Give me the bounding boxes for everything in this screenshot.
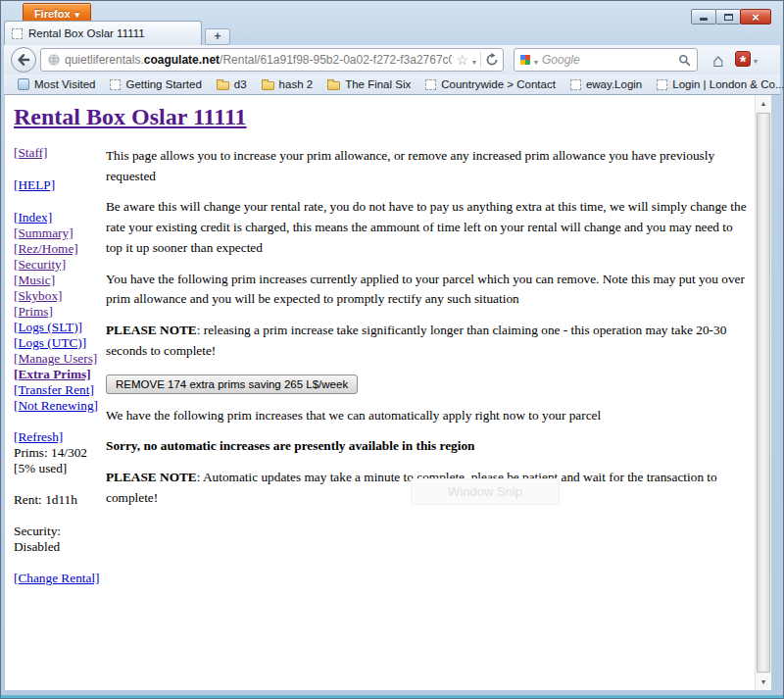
release-note-text: : releasing a prim increase take signifi… xyxy=(106,323,726,358)
bookmark-label: Getting Started xyxy=(125,78,201,90)
auto-increases-paragraph: We have the following prim increases tha… xyxy=(106,406,750,426)
home-button[interactable] xyxy=(707,48,730,72)
bookmark-getting-started[interactable]: Getting Started xyxy=(104,77,207,91)
sidebar-item-not-renewing[interactable]: [Not Renewing] xyxy=(14,398,106,414)
sidebar-item-rez-home[interactable]: [Rez/Home] xyxy=(14,241,106,257)
sidebar-item-index[interactable]: [Index] xyxy=(14,210,106,225)
lastpass-button[interactable] xyxy=(735,50,758,68)
intro-paragraph: This page allows you to increase your pr… xyxy=(106,146,750,186)
sidebar-item-prims[interactable]: [Prims] xyxy=(14,304,106,320)
sidebar-item-transfer-rent[interactable]: [Transfer Rent] xyxy=(14,382,106,398)
sidebar-nav: [Staff] [HELP] [Index] [Summary] [Rez/Ho… xyxy=(14,145,106,586)
folder-icon xyxy=(217,81,229,90)
minimize-icon xyxy=(700,18,708,21)
firefox-menu-label: Firefox xyxy=(34,8,71,20)
bookmark-countrywide[interactable]: Countrywide > Contact xyxy=(419,77,562,91)
default-page-icon xyxy=(110,79,121,90)
maximize-icon xyxy=(724,14,733,21)
sidebar-item-skybox[interactable]: [Skybox] xyxy=(14,288,106,304)
url-domain: coagulate.net xyxy=(144,53,220,67)
url-dropdown-icon[interactable] xyxy=(472,51,476,69)
current-increases-paragraph: You have the following prim increases cu… xyxy=(106,270,750,310)
bookmark-folder-final-six[interactable]: The Final Six xyxy=(321,77,416,91)
remove-prims-button[interactable]: REMOVE 174 extra prims saving 265 L$/wee… xyxy=(106,374,358,394)
globe-icon xyxy=(47,53,61,67)
security-value: Disabled xyxy=(14,539,106,555)
window-snip-ghost: Window Snip xyxy=(411,478,560,505)
navigation-toolbar: quietliferentals.coagulate.net/Rental/61… xyxy=(4,45,780,75)
prims-count: Prims: 14/302 xyxy=(14,445,106,461)
url-subdomain: quietliferentals. xyxy=(65,53,144,67)
refresh-link[interactable]: [Refresh] xyxy=(14,429,106,445)
sidebar-item-summary[interactable]: [Summary] xyxy=(14,225,106,241)
bookmark-label: Countrywide > Contact xyxy=(441,78,556,90)
security-label: Security: xyxy=(14,524,106,539)
back-button[interactable] xyxy=(11,47,36,73)
rent-remaining: Rent: 1d11h xyxy=(14,492,106,508)
bookmarks-toolbar: Most Visited Getting Started d3 hash 2 T… xyxy=(4,75,780,95)
bookmark-folder-d3[interactable]: d3 xyxy=(211,77,253,91)
url-text: quietliferentals.coagulate.net/Rental/61… xyxy=(65,53,452,67)
default-favicon-icon xyxy=(12,28,23,39)
page-content: Rental Box Oslar 11111 [Staff] [HELP] [I… xyxy=(5,95,755,690)
bookmark-label: Login | London & Co... xyxy=(672,78,784,90)
scrollbar-thumb[interactable] xyxy=(757,113,770,673)
most-visited-icon xyxy=(18,78,29,90)
reload-icon[interactable] xyxy=(485,53,499,67)
no-increases-message: Sorry, no automatic increases are presen… xyxy=(106,436,750,457)
browser-window: Firefox Rental Box Oslar 11111 + quietli… xyxy=(0,0,784,699)
bookmark-folder-hash2[interactable]: hash 2 xyxy=(256,77,319,91)
sidebar-item-logs-utc[interactable]: [Logs (UTC)] xyxy=(14,335,106,351)
bookmark-label: d3 xyxy=(234,78,247,90)
folder-icon xyxy=(327,81,340,90)
page-title[interactable]: Rental Box Oslar 11111 xyxy=(14,104,247,130)
main-content: This page allows you to increase your pr… xyxy=(106,145,755,520)
sidebar-item-staff[interactable]: [Staff] xyxy=(14,145,106,161)
release-note-paragraph: PLEASE NOTE: releasing a prim increase t… xyxy=(106,321,750,361)
bookmark-label: Most Visited xyxy=(34,78,95,90)
bookmark-london[interactable]: Login | London & Co... xyxy=(651,77,784,91)
minimize-button[interactable] xyxy=(691,9,716,25)
sidebar-item-help[interactable]: [HELP] xyxy=(14,177,106,193)
url-path: /Rental/61a91f98-95b2-0a02-f272-f3a2767c… xyxy=(220,53,452,67)
default-page-icon xyxy=(425,79,436,90)
please-note-label: PLEASE NOTE xyxy=(106,470,197,484)
search-box[interactable]: Google xyxy=(514,48,698,72)
page-viewport: Rental Box Oslar 11111 [Staff] [HELP] [I… xyxy=(5,95,771,690)
tab-title: Rental Box Oslar 11111 xyxy=(28,27,145,39)
vertical-scrollbar[interactable] xyxy=(755,95,771,690)
folder-icon xyxy=(262,81,274,90)
window-bottom-edge xyxy=(1,695,783,698)
sidebar-item-logs-slt[interactable]: [Logs (SLT)] xyxy=(14,320,106,335)
bookmark-label: hash 2 xyxy=(279,78,314,90)
maximize-button[interactable] xyxy=(715,9,741,25)
close-button[interactable] xyxy=(740,9,771,25)
search-icon[interactable] xyxy=(678,54,691,67)
sidebar-item-music[interactable]: [Music] xyxy=(14,273,106,288)
tab-rental-box[interactable]: Rental Box Oslar 11111 xyxy=(4,21,202,45)
divider xyxy=(480,52,481,68)
google-icon xyxy=(520,55,530,65)
new-tab-button[interactable]: + xyxy=(205,28,230,45)
scroll-up-button[interactable] xyxy=(756,95,771,112)
prims-used-percent: [5% used] xyxy=(14,461,106,476)
default-page-icon xyxy=(570,79,581,90)
bookmark-star-icon[interactable] xyxy=(456,51,468,69)
bookmark-most-visited[interactable]: Most Visited xyxy=(12,77,101,91)
please-note-label: PLEASE NOTE xyxy=(106,323,197,337)
search-engine-dropdown-icon[interactable] xyxy=(534,51,538,69)
lastpass-icon xyxy=(735,51,751,67)
back-arrow-icon xyxy=(16,52,31,68)
sidebar-item-extra-prims[interactable]: [Extra Prims] xyxy=(14,367,106,382)
change-rental-link[interactable]: [Change Rental] xyxy=(14,571,106,586)
bookmark-eway-login[interactable]: eway.Login xyxy=(564,77,648,91)
sidebar-item-security[interactable]: [Security] xyxy=(14,257,106,273)
close-icon xyxy=(752,8,760,25)
rate-warning-paragraph: Be aware this will change your rental ra… xyxy=(106,197,750,258)
chevron-down-icon xyxy=(75,8,80,20)
sidebar-item-manage-users[interactable]: [Manage Users] xyxy=(14,351,106,367)
scroll-down-button[interactable] xyxy=(756,674,771,690)
lastpass-dropdown-icon[interactable] xyxy=(754,50,758,68)
url-bar[interactable]: quietliferentals.coagulate.net/Rental/61… xyxy=(40,48,504,72)
search-input[interactable]: Google xyxy=(542,53,674,67)
